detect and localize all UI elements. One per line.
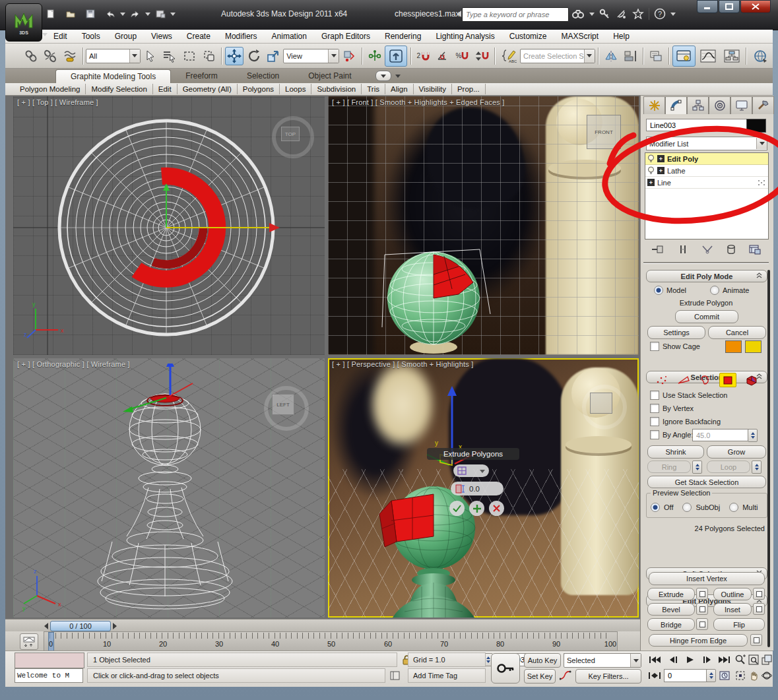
tab-selection[interactable]: Selection [232, 69, 294, 82]
grow-button[interactable]: Grow [707, 445, 766, 459]
menu-help[interactable]: Help [606, 32, 637, 41]
close-button[interactable] [740, 0, 771, 13]
panel-tab-polygons[interactable]: Polygons [238, 84, 280, 94]
maximize-viewport-toggle-icon[interactable] [759, 653, 775, 666]
layer-manager-icon[interactable] [647, 47, 665, 65]
play-animation-icon[interactable] [682, 653, 698, 666]
key-scope-select[interactable]: Selected [564, 653, 641, 668]
bridge-settings-icon[interactable] [696, 618, 708, 630]
keyboard-override-toggle-icon[interactable] [385, 46, 407, 67]
viewport-top[interactable]: TOP y x z [ + ] [ Top ] [ Wireframe ] [13, 96, 325, 355]
open-file-icon[interactable] [61, 5, 80, 23]
menu-animation[interactable]: Animation [265, 32, 314, 41]
save-file-icon[interactable] [81, 5, 100, 23]
use-pivot-center-icon[interactable] [340, 47, 358, 65]
maxscript-mini-listener[interactable]: Welcome to M [15, 668, 83, 683]
ribbon-minimize-icon[interactable] [375, 71, 391, 81]
select-and-link-icon[interactable] [22, 47, 40, 65]
viewcube-front-face[interactable]: FRONT [587, 115, 621, 149]
cage-selected-color-swatch[interactable] [745, 340, 762, 353]
configure-modifier-sets-icon[interactable] [749, 244, 761, 255]
angle-snap-icon[interactable] [434, 47, 453, 65]
time-slider-prev-icon[interactable] [41, 623, 48, 629]
viewcube-perspective[interactable] [590, 393, 612, 414]
edit-named-selections-icon[interactable]: ABC [498, 47, 519, 65]
cancel-button[interactable]: Cancel [708, 326, 766, 339]
show-end-result-icon[interactable] [678, 244, 688, 255]
modifier-stack-row-edit-poly[interactable]: + Edit Poly [645, 153, 768, 165]
named-selection-set-select[interactable]: Create Selection Se [520, 49, 595, 63]
caddy-height-pill[interactable]: 0.0 [451, 482, 503, 495]
menu-customize[interactable]: Customize [502, 32, 554, 41]
project-folder-icon[interactable] [151, 5, 170, 23]
unlink-selection-icon[interactable] [42, 47, 60, 65]
key-filters-button[interactable]: Key Filters... [575, 669, 641, 684]
next-frame-icon[interactable] [699, 653, 715, 666]
polygon-mode-icon-active[interactable] [719, 373, 736, 387]
orbit-icon[interactable] [759, 669, 775, 682]
tab-motion-icon[interactable] [709, 96, 730, 114]
graphite-ribbon-toggle-icon[interactable] [672, 46, 696, 67]
curve-editor-icon[interactable] [697, 46, 719, 67]
time-slider-next-icon[interactable] [113, 623, 120, 629]
viewcube-left-face[interactable]: LEFT [272, 394, 294, 415]
panel-tab-visibility[interactable]: Visibility [414, 84, 452, 94]
viewport-orthographic[interactable]: LEFT z x y [ + ] [ Orthographic ] [ Wire… [13, 358, 325, 618]
rectangular-selection-region-icon[interactable] [180, 47, 199, 65]
snaps-toggle-icon[interactable]: 2 [414, 47, 433, 65]
modifier-list-dropdown[interactable]: Modifier List [646, 137, 767, 150]
preview-subobj-radio[interactable] [682, 503, 692, 512]
by-angle-field[interactable] [692, 429, 750, 441]
outline-button[interactable]: Outline [713, 588, 752, 600]
time-configuration-icon[interactable] [717, 669, 732, 682]
tab-create-icon[interactable] [643, 96, 665, 114]
tab-hierarchy-icon[interactable] [687, 96, 709, 114]
select-and-manipulate-icon[interactable] [366, 47, 384, 65]
current-frame-field[interactable] [664, 669, 710, 682]
tab-graphite-modeling-tools[interactable]: Graphite Modeling Tools [55, 69, 171, 83]
viewport-perspective-label[interactable]: [ + ] [ Perspective ] [ Smooth + Highlig… [332, 360, 473, 368]
auto-key-button[interactable]: Auto Key [524, 653, 561, 668]
ignore-backfacing-checkbox[interactable]: Ignore Backfacing [650, 417, 721, 426]
application-menu-button[interactable]: 3DS [5, 3, 42, 42]
infocenter-search[interactable] [462, 7, 569, 22]
qat-customize-icon[interactable] [170, 13, 176, 18]
spinner-snap-icon[interactable] [473, 47, 492, 65]
key-mode-toggle-icon[interactable] [647, 669, 663, 682]
set-key-button[interactable]: Set Key [524, 669, 556, 684]
selection-filter-select[interactable]: All [86, 49, 141, 63]
flip-button[interactable]: Flip [713, 618, 765, 631]
maxscript-listener-macro[interactable] [15, 652, 84, 668]
menu-modifiers[interactable]: Modifiers [218, 32, 265, 41]
panel-tab-modify-selection[interactable]: Modify Selection [86, 84, 152, 94]
help-dropdown-icon[interactable] [670, 13, 676, 18]
menu-edit[interactable]: Edit [46, 32, 75, 41]
tab-object-paint[interactable]: Object Paint [294, 69, 366, 82]
show-cage-checkbox[interactable]: Show Cage [650, 342, 700, 351]
panel-tab-geometry-all[interactable]: Geometry (All) [178, 84, 238, 94]
caddy-apply-button[interactable] [469, 501, 484, 516]
select-by-name-icon[interactable] [160, 47, 179, 65]
preview-off-radio[interactable] [651, 503, 660, 512]
expand-plus-icon[interactable]: + [657, 167, 665, 174]
viewport-orthographic-label[interactable]: [ + ] [ Orthographic ] [ Wireframe ] [17, 360, 130, 368]
frame-input[interactable] [666, 671, 707, 680]
undo-icon[interactable] [101, 5, 119, 23]
object-name-field[interactable] [646, 119, 748, 131]
modifier-stack-row-line[interactable]: + Line [645, 177, 768, 189]
shrink-button[interactable]: Shrink [647, 445, 704, 459]
viewcube-top-face[interactable]: TOP [281, 127, 300, 141]
menu-rendering[interactable]: Rendering [377, 32, 428, 41]
loop-button[interactable]: Loop [707, 461, 750, 473]
modifier-stack-row-lathe[interactable]: + Lathe [645, 165, 768, 177]
loop-spinner[interactable] [752, 461, 762, 474]
get-stack-selection-button[interactable]: Get Stack Selection [647, 476, 766, 488]
select-and-move-icon[interactable] [225, 47, 243, 65]
caddy-group-dropdown-icon[interactable] [480, 470, 485, 476]
viewport-front[interactable]: FRONT [ + ] [ Front ] [ Smooth + Highlig… [328, 96, 639, 355]
tab-display-icon[interactable] [730, 96, 752, 114]
go-to-end-icon[interactable] [717, 653, 732, 666]
go-to-start-icon[interactable] [647, 653, 663, 666]
outline-settings-icon[interactable] [753, 588, 765, 600]
ring-button[interactable]: Ring [647, 461, 691, 473]
